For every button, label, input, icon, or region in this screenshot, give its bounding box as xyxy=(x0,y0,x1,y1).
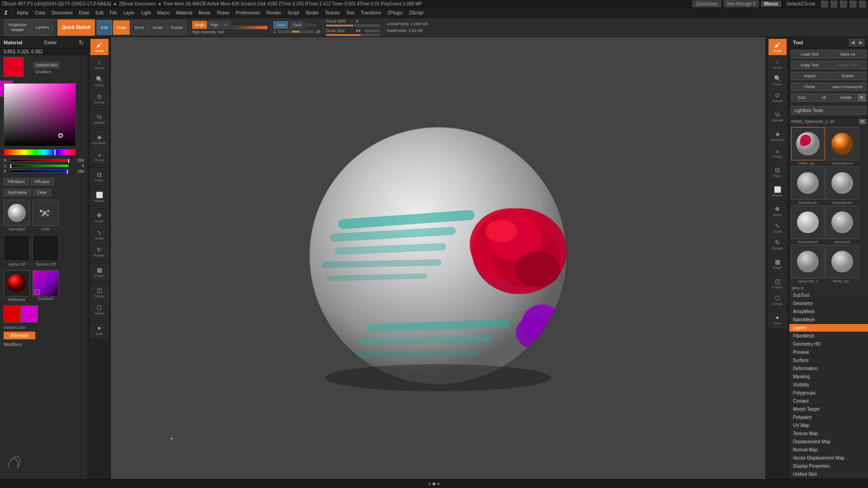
move-btn[interactable]: Move xyxy=(131,20,148,35)
focal-shift-bar[interactable] xyxy=(326,24,380,27)
save-as-btn[interactable]: Save As xyxy=(829,50,866,58)
right-aahalf-btn[interactable]: ½ AAHalf xyxy=(769,108,787,125)
rgb-btn[interactable]: Rgb xyxy=(208,21,221,29)
color-picker[interactable] xyxy=(4,83,76,146)
persp-btn[interactable]: ⟁ Persp xyxy=(90,148,108,164)
menu-transform[interactable]: Transform xyxy=(358,8,384,18)
polypaint-item[interactable]: Polypaint xyxy=(789,413,868,422)
zadd-btn[interactable]: Zadd xyxy=(274,21,288,28)
geometry-item[interactable]: Geometry xyxy=(789,300,868,308)
gradient-thumb[interactable] xyxy=(33,270,59,296)
right-transp-btn[interactable]: ◫ Transp xyxy=(769,275,787,291)
export-btn[interactable]: Export xyxy=(829,72,866,80)
make-polymesh3d-btn[interactable]: Make PolyMesh3D xyxy=(829,83,866,91)
transp-btn[interactable]: ◫ Transp xyxy=(90,284,108,300)
fill-layer-btn[interactable]: FillLayer xyxy=(31,178,54,185)
vector-displacement-map-item[interactable]: Vector Displacement Map xyxy=(789,454,868,462)
dynamic-label[interactable]: Dynamic xyxy=(364,28,380,33)
contact-item[interactable]: Contact xyxy=(789,397,868,405)
menu-macro[interactable]: Macro xyxy=(155,8,173,18)
texture-map-item[interactable]: Texture Map xyxy=(789,430,868,438)
rotate-btn[interactable]: Rotate xyxy=(167,20,187,35)
lightbox-btn[interactable]: LightBox xyxy=(32,19,53,36)
layers-item[interactable]: Layers xyxy=(789,324,868,332)
menu-alpha[interactable]: Alpha xyxy=(14,8,31,18)
quick-sketch-btn[interactable]: Quick Sketch xyxy=(57,19,95,36)
sphere3d-thumb[interactable] xyxy=(826,206,859,239)
scale-btn-v[interactable]: ⤡ Scale xyxy=(90,226,108,243)
paste-tool-btn[interactable]: Paste Tool xyxy=(829,61,866,69)
surface-item[interactable]: Surface xyxy=(789,357,868,365)
menu-render[interactable]: Render xyxy=(264,8,284,18)
fibermesh-item[interactable]: FiberMesh xyxy=(789,332,868,340)
copy-tool-btn[interactable]: Copy Tool xyxy=(791,61,828,69)
edit-btn[interactable]: Edit xyxy=(97,20,112,35)
preview-item[interactable]: Preview xyxy=(789,348,868,357)
right-sculpt-btn[interactable]: 🖌 Scull xyxy=(769,39,787,55)
menu-zscript[interactable]: ZScript xyxy=(406,8,426,18)
clone-btn[interactable]: Clone xyxy=(791,83,828,91)
lightbox-tools-btn[interactable]: Lightbox Tools xyxy=(791,106,866,115)
material-thumb[interactable] xyxy=(4,270,30,296)
menu-texture[interactable]: Texture xyxy=(322,8,343,18)
right-polyf-btn[interactable]: ▦ PolyF xyxy=(769,256,787,272)
rgb-intensity-bar[interactable] xyxy=(231,26,268,29)
import-btn[interactable]: Import xyxy=(791,72,828,80)
solo-btn[interactable]: ● Solo xyxy=(90,322,108,338)
sc-red[interactable] xyxy=(4,305,21,323)
r-btn[interactable]: R xyxy=(857,94,866,102)
unified-skin-item[interactable]: Unified Skin xyxy=(789,470,868,479)
load-tool-btn[interactable]: Load Tool xyxy=(791,50,828,58)
goz-btn[interactable]: GoZ xyxy=(791,94,812,102)
z-intensity-bar[interactable] xyxy=(278,30,314,33)
menu-material[interactable]: Material xyxy=(173,8,195,18)
normal-map-item[interactable]: Normal Map xyxy=(789,446,868,454)
switchcolor-btn[interactable]: SwitchColor xyxy=(33,62,60,68)
sphere3d-1-thumb[interactable] xyxy=(791,245,825,278)
projection-master-btn[interactable]: Projection Master xyxy=(5,19,31,36)
b-slider[interactable] xyxy=(10,170,69,173)
frame-btn[interactable]: ⬜ Frame xyxy=(90,189,108,205)
right-dynamic-btn[interactable]: ◈ Dynamic xyxy=(769,128,787,144)
alpha-thumb[interactable] xyxy=(4,235,30,261)
morph-target-item[interactable]: Morph Target xyxy=(789,405,868,413)
right-scale-btn[interactable]: ⤡ Scale xyxy=(769,220,787,236)
arraymesh-item[interactable]: ArrayMesh xyxy=(789,308,868,316)
clear-btn[interactable]: Clear xyxy=(33,189,51,196)
zoom-btn[interactable]: 🔍 Zoom xyxy=(90,73,108,89)
menu-picker[interactable]: Picker xyxy=(214,8,232,18)
see-through[interactable]: See-through 0 xyxy=(724,0,759,7)
primary-color-swatch[interactable] xyxy=(4,57,24,77)
right-actual-btn[interactable]: ⊙ Actual xyxy=(769,89,787,105)
right-move-btn[interactable]: ✥ Move xyxy=(769,203,787,219)
displacement-map-item[interactable]: Displacement Map xyxy=(789,438,868,446)
sculpt-btn[interactable]: 🖌 Scull xyxy=(90,39,108,55)
quicksave-btn[interactable]: QuickSave xyxy=(693,0,721,7)
visible-btn[interactable]: Visible xyxy=(835,94,856,102)
floor-btn[interactable]: ⊟ Floor xyxy=(90,169,108,185)
masking-item[interactable]: Masking xyxy=(789,373,868,381)
menu-edit[interactable]: Edit xyxy=(93,8,106,18)
right-solo-btn[interactable]: ● Solo xyxy=(769,311,787,328)
dynamic-btn[interactable]: ◈ Dynamic xyxy=(90,131,108,147)
right-frame-btn[interactable]: ⬜ Frame xyxy=(769,183,787,200)
aahalf-btn[interactable]: ½ AAHalf xyxy=(90,111,108,127)
menu-stroke[interactable]: Stroke xyxy=(303,8,321,18)
menu-light[interactable]: Light xyxy=(138,8,154,18)
mrgb-btn[interactable]: Mrgb xyxy=(192,21,207,29)
visibility-item[interactable]: Visibility xyxy=(789,381,868,389)
zsub-btn[interactable]: Zsub xyxy=(290,21,304,28)
menu-draw[interactable]: Draw xyxy=(76,8,92,18)
nanomesh-item[interactable]: NanoMesh xyxy=(789,316,868,324)
menu-document[interactable]: Document xyxy=(49,8,75,18)
actual-btn[interactable]: ⊙ Actual xyxy=(90,90,108,107)
deformation-item[interactable]: Deformation xyxy=(789,365,868,373)
sphere-brush-thumb[interactable] xyxy=(826,127,859,160)
menu-color[interactable]: Color xyxy=(32,8,48,18)
alternate-btn[interactable]: Alternate xyxy=(4,332,35,339)
right-ghost-btn[interactable]: ⬡ Ghost xyxy=(769,292,787,308)
draw-btn[interactable]: Draw xyxy=(113,20,130,35)
refresh-icon[interactable]: ↻ xyxy=(79,39,84,46)
fill-object-btn[interactable]: FillObject xyxy=(4,178,29,185)
alpha-brush-thumb[interactable] xyxy=(791,166,825,200)
